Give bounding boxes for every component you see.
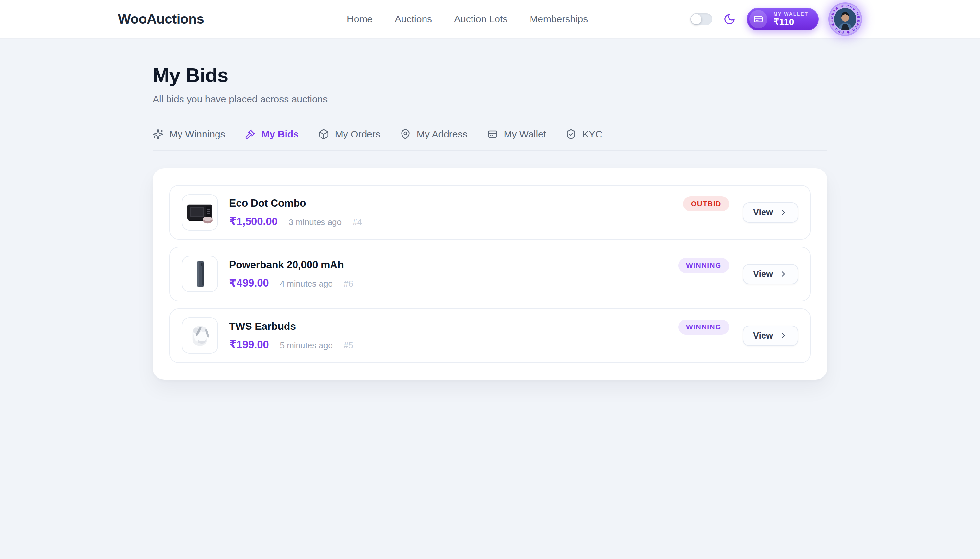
app-root: WooAuctions Home Auctions Auction Lots M… xyxy=(0,0,980,559)
bid-amount: ₹199.00 xyxy=(229,338,269,351)
status-badge-outbid: OUTBID xyxy=(683,197,729,212)
bid-meta: ₹199.00 5 minutes ago #5 xyxy=(229,338,353,351)
header: WooAuctions Home Auctions Auction Lots M… xyxy=(0,0,980,39)
tab-my-bids[interactable]: My Bids xyxy=(245,129,299,140)
tab-label: My Winnings xyxy=(170,129,225,140)
moon-icon[interactable] xyxy=(723,13,736,25)
shield-check-icon xyxy=(566,129,577,140)
bids-card: Eco Dot Combo ₹1,500.00 3 minutes ago #4… xyxy=(153,168,827,380)
main-content: My Bids All bids you have placed across … xyxy=(153,39,827,380)
sparkles-icon xyxy=(153,129,164,140)
bid-amount: ₹499.00 xyxy=(229,276,269,289)
row-right: WINNING View xyxy=(678,264,798,284)
nav-home[interactable]: Home xyxy=(347,13,373,25)
credit-card-icon xyxy=(487,129,498,140)
view-button-label: View xyxy=(753,208,773,218)
tab-label: My Orders xyxy=(335,129,381,140)
wallet-text: MY WALLET ₹110 xyxy=(773,11,808,27)
page-subtitle: All bids you have placed across auctions xyxy=(153,94,827,105)
brand-logo[interactable]: WooAuctions xyxy=(118,12,204,27)
map-pin-icon xyxy=(400,129,411,140)
package-icon xyxy=(318,129,329,140)
bid-title: Powerbank 20,000 mAh xyxy=(229,259,353,271)
avatar-graphic: PRO MEMBER ★ PRO MEMBER ★ xyxy=(830,3,861,35)
bid-row-eco-dot-combo: Eco Dot Combo ₹1,500.00 3 minutes ago #4… xyxy=(170,185,810,240)
bid-number: #5 xyxy=(344,341,353,351)
bid-title: Eco Dot Combo xyxy=(229,197,362,209)
product-thumbnail-earbuds xyxy=(182,318,218,354)
tab-kyc[interactable]: KYC xyxy=(566,129,602,140)
tab-label: My Address xyxy=(417,129,468,140)
bid-time: 5 minutes ago xyxy=(280,341,333,351)
chevron-right-icon xyxy=(779,331,788,340)
row-right: WINNING View xyxy=(678,326,798,346)
bid-title: TWS Earbuds xyxy=(229,320,353,332)
view-button[interactable]: View xyxy=(743,202,798,223)
tab-my-winnings[interactable]: My Winnings xyxy=(153,129,225,140)
wallet-button[interactable]: MY WALLET ₹110 xyxy=(747,8,818,30)
bid-meta: ₹499.00 4 minutes ago #6 xyxy=(229,276,353,289)
gavel-icon xyxy=(245,129,256,140)
avatar-photo xyxy=(834,8,856,30)
bid-row-tws-earbuds: TWS Earbuds ₹199.00 5 minutes ago #5 WIN… xyxy=(170,308,810,363)
view-button[interactable]: View xyxy=(743,326,798,346)
product-thumbnail-powerbank xyxy=(182,256,218,292)
view-button[interactable]: View xyxy=(743,264,798,284)
tab-my-wallet[interactable]: My Wallet xyxy=(487,129,546,140)
credit-card-icon xyxy=(749,10,767,28)
bid-number: #6 xyxy=(344,279,353,289)
bid-meta: ₹1,500.00 3 minutes ago #4 xyxy=(229,215,362,228)
status-badge-winning: WINNING xyxy=(678,320,729,335)
view-button-label: View xyxy=(753,269,773,279)
status-badge-winning: WINNING xyxy=(678,258,729,273)
chevron-right-icon xyxy=(779,270,788,278)
tab-my-address[interactable]: My Address xyxy=(400,129,468,140)
tab-my-orders[interactable]: My Orders xyxy=(318,129,381,140)
bid-info: Powerbank 20,000 mAh ₹499.00 4 minutes a… xyxy=(229,259,353,289)
page-title: My Bids xyxy=(153,64,827,86)
tab-label: KYC xyxy=(582,129,602,140)
view-button-label: View xyxy=(753,331,773,341)
nav-auctions[interactable]: Auctions xyxy=(395,13,432,25)
bid-amount: ₹1,500.00 xyxy=(229,215,278,228)
tab-label: My Bids xyxy=(262,129,299,140)
tab-label: My Wallet xyxy=(504,129,546,140)
wallet-amount: ₹110 xyxy=(773,17,794,27)
chevron-right-icon xyxy=(779,208,788,217)
bid-info: TWS Earbuds ₹199.00 5 minutes ago #5 xyxy=(229,320,353,351)
theme-toggle-knob xyxy=(691,14,701,24)
profile-tabs: My Winnings My Bids My Orders My Address xyxy=(153,129,827,151)
product-thumbnail-microwave xyxy=(182,194,218,230)
bid-number: #4 xyxy=(353,217,362,227)
header-right: MY WALLET ₹110 xyxy=(690,3,861,35)
row-right: OUTBID View xyxy=(683,202,798,223)
bid-row-powerbank: Powerbank 20,000 mAh ₹499.00 4 minutes a… xyxy=(170,247,810,301)
nav-auction-lots[interactable]: Auction Lots xyxy=(454,13,508,25)
nav-memberships[interactable]: Memberships xyxy=(530,13,588,25)
user-avatar[interactable]: PRO MEMBER ★ PRO MEMBER ★ xyxy=(830,3,861,35)
bid-info: Eco Dot Combo ₹1,500.00 3 minutes ago #4 xyxy=(229,197,362,228)
bid-time: 3 minutes ago xyxy=(289,217,342,227)
theme-toggle[interactable] xyxy=(690,13,712,25)
bid-time: 4 minutes ago xyxy=(280,279,333,289)
wallet-label: MY WALLET xyxy=(773,11,808,17)
main-nav: Home Auctions Auction Lots Memberships xyxy=(347,0,588,38)
